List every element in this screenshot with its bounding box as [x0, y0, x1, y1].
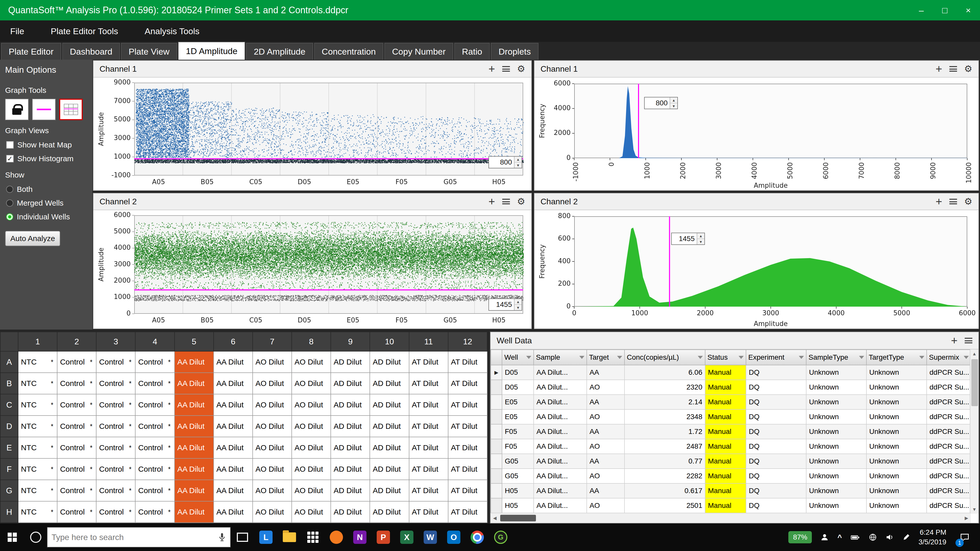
well-cell[interactable]: AA Dilut... — [534, 454, 587, 468]
plate-cell-G5[interactable]: AA Dilut — [175, 480, 213, 501]
plate-col-header-11[interactable]: 11 — [409, 332, 448, 351]
channel1-histogram-plot[interactable] — [535, 78, 978, 191]
vertical-scrollbar[interactable]: ▲ ▼ — [970, 349, 978, 514]
plate-cell-F1[interactable]: NTC* — [18, 458, 57, 480]
plate-cell-B1[interactable]: NTC* — [18, 373, 57, 394]
panel-menu-icon[interactable] — [502, 66, 510, 72]
well-cell[interactable]: ddPCR Su... — [927, 410, 971, 424]
app-outlook[interactable]: O — [442, 524, 466, 551]
spin-down-icon[interactable]: ▼ — [514, 305, 522, 310]
well-cell[interactable]: ddPCR Su... — [927, 424, 971, 439]
filter-funnel-icon[interactable] — [919, 356, 924, 359]
plate-cell-F8[interactable]: AO Dilut — [292, 458, 331, 480]
well-cell[interactable]: AO — [587, 380, 625, 395]
well-cell[interactable]: H05 — [502, 498, 534, 513]
plate-row-header-D[interactable]: D — [0, 416, 18, 437]
menu-analysis-tools[interactable]: Analysis Tools — [131, 21, 213, 42]
well-col-sample[interactable]: Sample — [534, 350, 587, 365]
well-cell[interactable]: Unknown — [866, 380, 927, 395]
well-cell[interactable]: 2487 — [625, 439, 705, 454]
plate-row-header-E[interactable]: E — [0, 437, 18, 458]
well-cell[interactable]: Unknown — [806, 468, 866, 483]
plate-cell-G7[interactable]: AO Dilut — [253, 480, 292, 501]
tab-dashboard[interactable]: Dashboard — [62, 43, 120, 60]
plate-row-header-G[interactable]: G — [0, 480, 18, 501]
plate-cell-F7[interactable]: AO Dilut — [253, 458, 292, 480]
scroll-left-icon[interactable]: ◀ — [490, 513, 499, 523]
menu-plate-editor-tools[interactable]: Plate Editor Tools — [38, 21, 131, 42]
plate-cell-H1[interactable]: NTC* — [18, 501, 57, 523]
well-data-row[interactable]: E05AA Dilut...AO2348ManualDQUnknownUnkno… — [491, 410, 971, 424]
tab-1d-amplitude[interactable]: 1D Amplitude — [178, 42, 245, 60]
scroll-up-icon[interactable]: ▲ — [970, 349, 978, 358]
well-cell[interactable]: ddPCR Su... — [927, 365, 971, 380]
well-cell[interactable]: G05 — [502, 454, 534, 468]
show-hidden-icons-chevron[interactable]: ^ — [837, 533, 842, 541]
well-cell[interactable]: Unknown — [806, 380, 866, 395]
pen-icon[interactable] — [902, 533, 910, 541]
plate-cell-H12[interactable]: AT Dilut — [448, 501, 487, 523]
plate-cell-B12[interactable]: AT Dilut — [448, 373, 487, 394]
well-cell[interactable]: Unknown — [806, 424, 866, 439]
well-cell[interactable]: DQ — [746, 424, 806, 439]
app-onenote[interactable]: N — [348, 524, 372, 551]
plate-cell-G12[interactable]: AT Dilut — [448, 480, 487, 501]
expand-icon[interactable]: + — [488, 63, 495, 75]
well-cell[interactable]: Manual — [705, 439, 746, 454]
well-cell[interactable]: AA — [587, 454, 625, 468]
panel-menu-icon[interactable] — [950, 199, 957, 204]
well-cell[interactable]: AA Dilut... — [534, 380, 587, 395]
well-cell[interactable]: H05 — [502, 483, 534, 498]
plate-cell-C1[interactable]: NTC* — [18, 394, 57, 416]
well-cell[interactable]: G05 — [502, 468, 534, 483]
auto-analyze-button[interactable]: Auto Analyze — [5, 231, 60, 246]
plate-cell-A7[interactable]: AO Dilut — [253, 351, 292, 373]
well-cell[interactable]: Unknown — [866, 483, 927, 498]
well-cell[interactable]: F05 — [502, 439, 534, 454]
well-data-row[interactable]: G05AA Dilut...AA0.77ManualDQUnknownUnkno… — [491, 454, 971, 468]
channel2-threshold-spinner[interactable]: 1455 ▲▼ — [488, 299, 522, 311]
plate-cell-A3[interactable]: Control* — [96, 351, 135, 373]
tab-ratio[interactable]: Ratio — [454, 43, 490, 60]
app-word[interactable]: W — [418, 524, 442, 551]
plate-cell-H6[interactable]: AA Dilut — [213, 501, 253, 523]
plate-cell-D12[interactable]: AT Dilut — [448, 416, 487, 437]
well-cell[interactable]: AO — [587, 439, 625, 454]
plate-cell-F2[interactable]: Control* — [57, 458, 96, 480]
channel2-histogram-plot[interactable] — [535, 210, 978, 329]
plate-cell-A9[interactable]: AD Dilut — [331, 351, 370, 373]
plate-cell-B2[interactable]: Control* — [57, 373, 96, 394]
plate-cell-D8[interactable]: AO Dilut — [292, 416, 331, 437]
app-line[interactable]: L — [254, 524, 278, 551]
network-icon[interactable] — [869, 533, 877, 541]
well-cell[interactable]: E05 — [502, 410, 534, 424]
well-cell[interactable]: DQ — [746, 380, 806, 395]
microphone-icon[interactable] — [218, 532, 226, 542]
plate-cell-E3[interactable]: Control* — [96, 437, 135, 458]
well-cell[interactable]: 1.72 — [625, 424, 705, 439]
well-data-row[interactable]: D05AA Dilut...AO2320ManualDQUnknownUnkno… — [491, 380, 971, 395]
well-cell[interactable]: AA — [587, 395, 625, 410]
plate-cell-D11[interactable]: AT Dilut — [409, 416, 448, 437]
app-powerpoint[interactable]: P — [372, 524, 395, 551]
volume-icon[interactable] — [885, 533, 894, 541]
well-cell[interactable]: DQ — [746, 365, 806, 380]
filter-funnel-icon[interactable] — [526, 356, 531, 359]
plate-cell-E4[interactable]: Control* — [135, 437, 174, 458]
plate-cell-A4[interactable]: Control* — [135, 351, 174, 373]
plate-cell-E2[interactable]: Control* — [57, 437, 96, 458]
plate-col-header-3[interactable]: 3 — [96, 332, 135, 351]
plate-cell-A11[interactable]: AT Dilut — [409, 351, 448, 373]
plate-cell-F6[interactable]: AA Dilut — [213, 458, 253, 480]
panel-menu-icon[interactable] — [950, 66, 957, 72]
channel1-scatter-plot[interactable] — [94, 78, 531, 191]
plate-cell-G3[interactable]: Control* — [96, 480, 135, 501]
well-cell[interactable]: Manual — [705, 483, 746, 498]
plate-row-header-B[interactable]: B — [0, 373, 18, 394]
well-cell[interactable]: AA Dilut... — [534, 498, 587, 513]
spin-down-icon[interactable]: ▼ — [670, 103, 677, 109]
well-cell[interactable]: AA — [587, 424, 625, 439]
well-data-row[interactable]: H05AA Dilut...AA0.617ManualDQUnknownUnkn… — [491, 483, 971, 498]
well-data-row[interactable]: G05AA Dilut...AO2282ManualDQUnknownUnkno… — [491, 468, 971, 483]
well-cell[interactable]: E05 — [502, 395, 534, 410]
